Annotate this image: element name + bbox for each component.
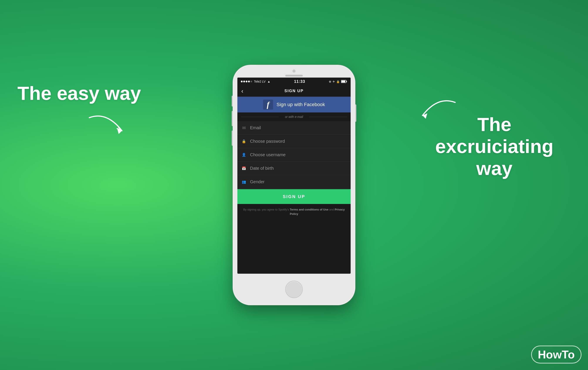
signal-dot-3 (246, 81, 247, 82)
arrow-right-icon (416, 94, 460, 133)
facebook-icon: f (263, 99, 273, 109)
signup-button-label: SIGN UP (283, 194, 305, 199)
email-field[interactable]: ✉ Email (237, 121, 351, 135)
terms-link[interactable]: Terms and conditions of Use (290, 208, 328, 211)
battery-icon (341, 80, 347, 83)
arrow-left-icon (85, 109, 128, 148)
dob-label: Date of birth (250, 166, 274, 171)
easy-way-label: The easy way (17, 83, 141, 104)
svg-rect-2 (341, 81, 345, 83)
password-label: Choose password (250, 139, 285, 144)
nav-bar: ‹ SIGN UP (237, 86, 351, 97)
signal-dots (241, 81, 252, 82)
status-right: ⊕ ✈ 🔒 (329, 80, 347, 83)
or-divider: or with e-mail (237, 112, 351, 121)
signal-dot-4 (248, 81, 250, 82)
email-label: Email (250, 125, 261, 130)
phone-mockup: Tele2 LV ▲ 11:33 ⊕ ✈ 🔒 (233, 65, 355, 305)
location-icon: ⊕ (329, 80, 331, 83)
gender-icon: 👥 (241, 180, 247, 184)
phone-top-bar (233, 65, 355, 76)
home-button[interactable] (285, 281, 303, 298)
volume-up-button (232, 111, 233, 126)
gender-label: Gender (250, 179, 265, 184)
terms-text: By signing up, you agree to Spotify's Te… (237, 204, 351, 219)
lock-field-icon: 🔒 (241, 139, 247, 143)
username-field[interactable]: 👤 Choose username (237, 148, 351, 162)
nav-title: SIGN UP (284, 89, 304, 93)
facebook-button-label: Sign up with Facebook (277, 102, 325, 108)
svg-rect-1 (346, 81, 347, 82)
front-camera (293, 69, 295, 73)
signal-dot-5 (251, 81, 252, 82)
scene: The easy way The excruiciating way (0, 0, 588, 370)
calendar-icon: 📅 (241, 166, 247, 170)
lock-icon: 🔒 (336, 80, 340, 83)
signal-dot-1 (241, 81, 243, 82)
wifi-icon: ▲ (267, 80, 270, 83)
phone-screen: Tele2 LV ▲ 11:33 ⊕ ✈ 🔒 (237, 77, 351, 274)
earpiece-speaker (285, 75, 303, 76)
carrier-label: Tele2 LV (254, 80, 265, 83)
terms-content: By signing up, you agree to Spotify's Te… (243, 208, 345, 216)
phone-bottom (285, 274, 303, 305)
back-button[interactable]: ‹ (241, 87, 243, 95)
signal-dot-2 (243, 81, 245, 82)
facebook-signup-button[interactable]: f Sign up with Facebook (237, 97, 351, 112)
signup-button[interactable]: SIGN UP (237, 189, 351, 204)
divider-line-right (309, 117, 347, 117)
email-icon: ✉ (241, 125, 247, 131)
or-text: or with e-mail (285, 115, 303, 119)
user-icon: 👤 (241, 153, 247, 157)
howto-badge: HowTo (531, 346, 581, 363)
volume-down-button (232, 131, 233, 146)
username-label: Choose username (250, 152, 285, 157)
divider-line-left (241, 117, 279, 117)
power-button (355, 104, 356, 122)
status-time: 11:33 (294, 79, 305, 84)
mute-switch (232, 96, 233, 107)
gender-field[interactable]: 👥 Gender (237, 175, 351, 189)
status-bar: Tele2 LV ▲ 11:33 ⊕ ✈ 🔒 (237, 77, 351, 86)
status-left: Tele2 LV ▲ (241, 80, 270, 83)
airplane-icon: ✈ (333, 80, 335, 83)
password-field[interactable]: 🔒 Choose password (237, 135, 351, 148)
dob-field[interactable]: 📅 Date of birth (237, 162, 351, 175)
